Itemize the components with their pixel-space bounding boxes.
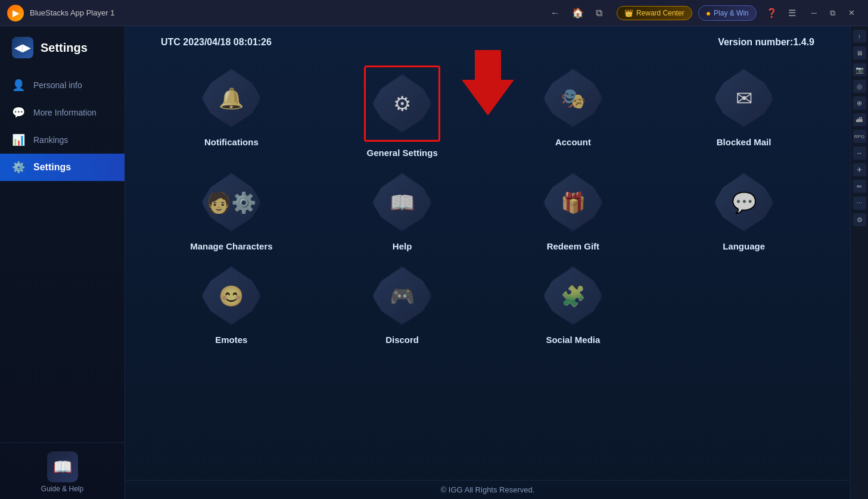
app-logo: ▶ [7,5,24,21]
sidebar-item-label: Personal info [33,80,82,90]
scrollbar-gear-icon[interactable]: ⚙ [853,213,866,226]
social-media-icon-emoji: 🧩 [561,286,586,306]
sidebar-item-settings[interactable]: ⚙️ Settings [0,154,125,181]
reward-center-button[interactable]: 👑 Reward Center [617,6,692,20]
right-scrollbar: ↑ 🖥 📷 ◎ ⊕ 🏙 RPG ↔ ✈ ✏ ⋯ ⚙ [850,26,868,499]
scrollbar-screen-icon[interactable]: 🖥 [853,46,866,60]
content-header: UTC 2023/04/18 08:01:26 Version number:1… [125,26,850,54]
emotes-icon: 😊 [198,263,264,329]
grid-item-discord[interactable]: 🎮Discord [326,263,479,345]
grid-item-blocked-mail[interactable]: ✉Blocked Mail [667,66,820,158]
social-media-icon-wrapper: 🧩 [540,263,606,329]
social-media-icon: 🧩 [540,263,606,329]
settings-grid: 🔔Notifications⚙General Settings🎭Account✉… [125,54,850,480]
grid-item-account[interactable]: 🎭Account [497,66,650,158]
emotes-icon-emoji: 😊 [219,286,244,306]
guide-help-button[interactable]: 📖 [47,451,78,482]
discord-icon-emoji: 🎮 [390,286,415,306]
redeem-gift-icon-emoji: 🎁 [561,192,586,213]
home-button[interactable]: 🏠 [568,5,587,21]
emotes-icon-wrapper: 😊 [198,263,264,329]
manage-characters-label: Manage Characters [190,241,272,251]
grid-item-notifications[interactable]: 🔔Notifications [155,66,308,158]
grid-item-social-media[interactable]: 🧩Social Media [497,263,650,345]
utc-time: UTC 2023/04/18 08:01:26 [161,37,272,48]
scrollbar-up-button[interactable]: ↑ [853,30,866,43]
redeem-gift-icon: 🎁 [540,170,606,235]
account-label: Account [555,137,591,147]
help-icon-button[interactable]: ❓ [763,6,781,20]
sidebar-item-label: More Information [33,108,97,117]
tabs-button[interactable]: ⧉ [592,5,606,21]
blocked-mail-icon-wrapper: ✉ [711,66,777,131]
app-title: BlueStacks App Player 1 [30,8,114,17]
content-area: UTC 2023/04/18 08:01:26 Version number:1… [125,26,850,499]
redeem-gift-label: Redeem Gift [547,241,599,251]
social-media-label: Social Media [546,335,600,345]
sidebar-title: Settings [41,41,88,55]
language-label: Language [723,241,765,251]
sidebar-nav: 👤 Personal info 💬 More Information 📊 Ran… [0,66,125,442]
scrollbar-circle-icon[interactable]: ◎ [853,80,866,93]
grid-item-redeem-gift[interactable]: 🎁Redeem Gift [497,170,650,251]
back-button[interactable]: ← [547,5,564,21]
language-icon-wrapper: 💬 [711,170,777,235]
top-bar-actions: 👑 Reward Center ● Play & Win ❓ ☰ [617,5,799,21]
account-icon-emoji: 🎭 [561,88,586,108]
sidebar-item-more-information[interactable]: 💬 More Information [0,99,125,126]
grid-item-language[interactable]: 💬Language [667,170,820,251]
scrollbar-more-icon[interactable]: ⋯ [853,197,866,210]
minimize-button[interactable]: ─ [805,6,823,20]
scrollbar-resize-icon[interactable]: ↔ [853,146,866,160]
scrollbar-rpg-icon[interactable]: RPG [853,130,866,143]
help-icon-wrapper: 📖 [369,170,435,235]
blocked-mail-label: Blocked Mail [717,137,771,147]
help-icon: 📖 [369,170,435,235]
grid-item-emotes[interactable]: 😊Emotes [155,263,308,345]
nav-buttons: ← 🏠 ⧉ [547,5,606,21]
grid-item-manage-characters[interactable]: 🧑‍⚙Manage Characters [155,170,308,251]
play-win-button[interactable]: ● Play & Win [698,5,757,21]
sidebar: ◀▶ Settings 👤 Personal info 💬 More Infor… [0,26,125,499]
restore-button[interactable]: ⧉ [824,6,841,20]
general-settings-icon-wrapper: ⚙ [364,66,440,142]
top-bar-icon-buttons: ❓ ☰ [763,6,799,20]
notifications-icon: 🔔 [198,66,264,131]
general-settings-label: General Settings [367,148,438,158]
guide-help-label: Guide & Help [41,485,83,493]
notifications-icon-wrapper: 🔔 [198,66,264,131]
rankings-icon: 📊 [12,133,25,146]
scrollbar-plane-icon[interactable]: ✈ [853,163,866,176]
blocked-mail-icon: ✉ [711,66,777,131]
notifications-label: Notifications [204,137,259,147]
menu-button[interactable]: ☰ [785,6,799,20]
sidebar-item-rankings[interactable]: 📊 Rankings [0,126,125,154]
help-label: Help [393,241,412,251]
account-icon: 🎭 [540,66,606,131]
blocked-mail-icon-emoji: ✉ [736,88,752,108]
account-icon-wrapper: 🎭 [540,66,606,131]
manage-characters-icon-wrapper: 🧑‍⚙ [198,170,264,235]
version-number: Version number:1.4.9 [718,37,814,48]
scrollbar-camera-icon[interactable]: 📷 [853,63,866,76]
window-controls: ─ ⧉ ✕ [805,6,861,20]
redeem-gift-icon-wrapper: 🎁 [540,170,606,235]
scrollbar-edit-icon[interactable]: ✏ [853,180,866,193]
sidebar-item-personal-info[interactable]: 👤 Personal info [0,71,125,99]
content-footer: © IGG All Rights Reserved. [125,480,850,499]
sidebar-item-label: Settings [33,162,71,173]
play-dot-icon: ● [706,8,711,18]
grid-item-help[interactable]: 📖Help [326,170,479,251]
grid-item-general-settings[interactable]: ⚙General Settings [326,66,479,158]
emotes-label: Emotes [215,335,247,345]
close-button[interactable]: ✕ [842,6,861,20]
scrollbar-add-icon[interactable]: ⊕ [853,96,866,110]
sidebar-logo: ◀▶ [12,37,33,58]
scrollbar-city-icon[interactable]: 🏙 [853,113,866,126]
more-info-icon: 💬 [12,106,25,119]
notifications-icon-emoji: 🔔 [219,88,244,108]
personal-info-icon: 👤 [12,79,25,92]
manage-characters-icon-emoji: 🧑‍⚙ [206,192,256,213]
top-bar: ▶ BlueStacks App Player 1 ← 🏠 ⧉ 👑 Reward… [0,0,868,26]
discord-icon-wrapper: 🎮 [369,263,435,329]
